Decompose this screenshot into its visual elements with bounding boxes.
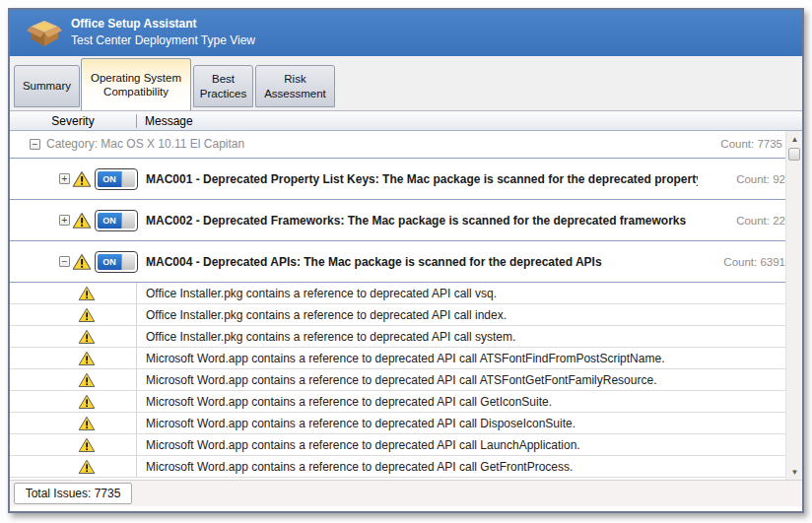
rule-count: Count: 22 [736,215,785,227]
warning-icon [78,286,96,301]
category-row: − Category: Mac OS X 10.11 El Capitan Co… [10,131,787,159]
rule-count: Count: 6391 [723,256,785,268]
issue-severity-cell [10,394,136,410]
issue-row: Microsoft Word.app contains a reference … [10,413,787,434]
warning-icon [72,170,92,188]
rules-container: + ON MAC001 - Deprecated Property List K… [10,159,787,283]
warning-icon [78,351,96,366]
toggle-on-label: ON [98,213,121,229]
toggle-knob [121,254,135,270]
issue-row: Microsoft Word.app contains a reference … [10,434,787,456]
open-box-icon [26,18,63,48]
rule-row: + ON MAC002 - Deprecated Frameworks: The… [10,200,787,241]
issue-severity-cell [10,351,136,366]
rule-toggle[interactable]: ON [95,251,138,273]
toggle-knob [121,213,135,229]
status-bar: Total Issues: 7735 [10,480,802,506]
issue-severity-cell [10,372,136,388]
issue-message: Microsoft Word.app contains a reference … [137,352,664,365]
tab-summary[interactable]: Summary [14,65,80,107]
issue-message: Microsoft Word.app contains a reference … [137,395,552,409]
tab-strip: Summary Operating System Compatibility B… [10,56,802,110]
issue-message: Office Installer.pkg contains a referenc… [137,287,497,300]
rule-title: MAC001 - Deprecated Property List Keys: … [146,172,698,186]
toggle-on-label: ON [98,254,121,270]
issue-row: Microsoft Word.app contains a reference … [10,456,787,478]
app-window: Office Setup Assistant Test Center Deplo… [8,8,804,513]
tab-best-practices[interactable]: Best Practices [193,65,253,107]
issue-severity-cell [10,459,136,475]
column-header-message[interactable]: Message [137,114,193,128]
issue-severity-cell [10,286,136,301]
warning-icon [78,459,96,475]
app-subtitle: Test Center Deployment Type View [71,33,255,47]
warning-icon [72,212,92,229]
category-label: Category: Mac OS X 10.11 El Capitan [46,137,244,151]
rule-count: Count: 92 [736,173,785,185]
issue-message: Microsoft Word.app contains a reference … [137,417,575,430]
rule-title: MAC002 - Deprecated Frameworks: The Mac … [146,214,686,228]
issue-severity-cell [10,307,136,323]
rule-row: + ON MAC001 - Deprecated Property List K… [10,159,787,200]
issue-message: Microsoft Word.app contains a reference … [137,460,573,474]
tab-operating-system-compatibility[interactable]: Operating System Compatibility [81,58,191,110]
issue-row: Office Installer.pkg contains a referenc… [10,283,787,304]
warning-icon [78,394,96,410]
issue-row: Microsoft Word.app contains a reference … [10,369,787,391]
issue-row: Microsoft Word.app contains a reference … [10,391,787,413]
issue-severity-cell [10,329,136,345]
total-issues-badge: Total Issues: 7735 [14,483,132,504]
title-bar: Office Setup Assistant Test Center Deplo… [10,10,802,56]
issue-row: Office Installer.pkg contains a referenc… [10,304,787,326]
category-collapse-icon[interactable]: − [30,139,40,150]
vertical-scrollbar[interactable]: ▲ ▼ [785,131,802,480]
warning-icon [72,253,92,271]
issue-message: Microsoft Word.app contains a reference … [137,438,580,452]
rule-toggle[interactable]: ON [95,168,138,190]
issue-severity-cell [10,416,136,431]
issue-row: Office Installer.pkg contains a referenc… [10,326,787,348]
scroll-up-icon[interactable]: ▲ [786,131,803,147]
rule-expander-icon[interactable]: − [59,256,70,267]
rule-toggle[interactable]: ON [95,210,138,231]
column-header-severity[interactable]: Severity [10,114,136,128]
warning-icon [78,416,96,431]
warning-icon [78,372,96,388]
issue-row: Microsoft Word.app contains a reference … [10,348,787,369]
toggle-on-label: ON [98,171,121,187]
warning-icon [78,329,96,345]
scroll-down-icon[interactable]: ▼ [786,464,803,480]
app-title: Office Setup Assistant [71,17,197,31]
grid-column-header: Severity Message [10,110,802,131]
category-count: Count: 7735 [720,138,782,150]
issues-container: Office Installer.pkg contains a referenc… [10,283,787,478]
scrollbar-thumb[interactable] [788,148,800,161]
tab-risk-assessment[interactable]: Risk Assessment [255,65,335,107]
issue-message: Office Installer.pkg contains a referenc… [137,330,515,344]
warning-icon [78,307,96,323]
rule-expander-icon[interactable]: + [59,215,70,226]
issue-severity-cell [10,437,136,453]
toggle-knob [121,171,135,187]
issue-message: Office Installer.pkg contains a referenc… [137,308,507,322]
rule-title: MAC004 - Deprecated APIs: The Mac packag… [146,255,602,269]
issue-message: Microsoft Word.app contains a reference … [137,373,656,387]
results-grid: − Category: Mac OS X 10.11 El Capitan Co… [10,131,787,480]
warning-icon [78,437,96,453]
rule-expander-icon[interactable]: + [59,173,70,184]
rule-row: − ON MAC004 - Deprecated APIs: The Mac p… [10,241,787,283]
